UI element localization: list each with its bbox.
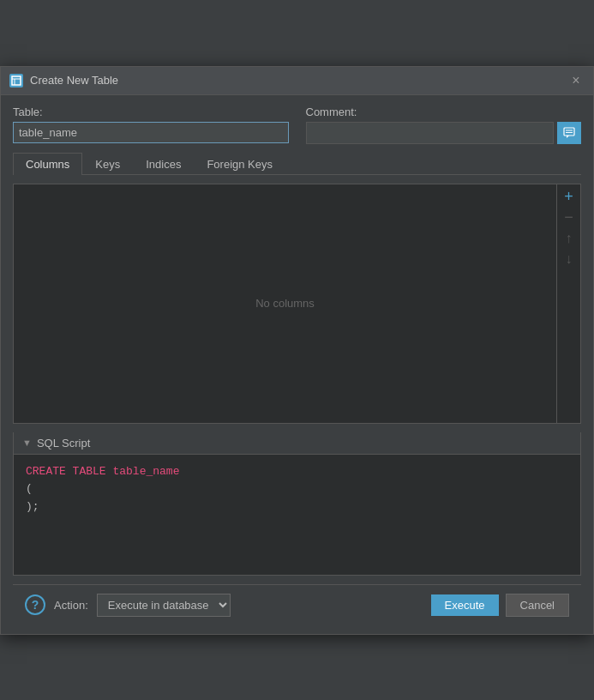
create-table-dialog: Create New Table × Table: Comment: bbox=[0, 66, 594, 635]
tab-foreign-keys[interactable]: Foreign Keys bbox=[194, 153, 285, 175]
footer-buttons: Execute Cancel bbox=[431, 594, 569, 617]
content-sidebar: + − ↑ ↓ bbox=[556, 184, 580, 423]
tab-columns[interactable]: Columns bbox=[13, 153, 82, 175]
sql-table-name: table_name bbox=[112, 465, 179, 478]
action-select-wrap: Execute in database Execute in script Op… bbox=[97, 594, 231, 617]
move-down-button[interactable]: ↓ bbox=[560, 250, 579, 269]
form-row: Table: Comment: bbox=[13, 106, 581, 144]
tab-keys[interactable]: Keys bbox=[82, 153, 133, 175]
move-up-button[interactable]: ↑ bbox=[560, 229, 579, 248]
action-select[interactable]: Execute in database Execute in script Op… bbox=[97, 594, 231, 617]
sql-section: ▼ SQL Script CREATE TABLE table_name ( )… bbox=[13, 432, 581, 576]
comment-form-group: Comment: bbox=[306, 106, 582, 144]
dialog-icon bbox=[9, 74, 23, 88]
comment-input[interactable] bbox=[306, 122, 555, 144]
sql-line-1: CREATE TABLE table_name bbox=[26, 463, 568, 481]
comment-label: Comment: bbox=[306, 106, 582, 118]
sql-body: CREATE TABLE table_name ( ); bbox=[14, 455, 580, 575]
action-label: Action: bbox=[54, 599, 88, 612]
table-form-group: Table: bbox=[13, 106, 289, 143]
sql-header[interactable]: ▼ SQL Script bbox=[14, 432, 580, 455]
comment-icon-button[interactable] bbox=[557, 122, 581, 144]
title-bar: Create New Table × bbox=[1, 67, 593, 95]
help-button[interactable]: ? bbox=[25, 594, 45, 615]
execute-button[interactable]: Execute bbox=[431, 594, 499, 616]
table-name-input[interactable] bbox=[13, 122, 289, 143]
comment-input-wrap bbox=[306, 122, 582, 144]
tabs-container: Columns Keys Indices Foreign Keys bbox=[13, 153, 581, 175]
close-button[interactable]: × bbox=[567, 72, 585, 89]
add-column-button[interactable]: + bbox=[560, 188, 579, 207]
tab-indices[interactable]: Indices bbox=[133, 153, 194, 175]
sql-collapse-arrow: ▼ bbox=[22, 438, 32, 448]
sql-line-3: ); bbox=[26, 498, 568, 516]
title-bar-left: Create New Table bbox=[9, 74, 118, 88]
dialog-body: Table: Comment: bbox=[1, 95, 593, 634]
dialog-title: Create New Table bbox=[30, 74, 118, 87]
svg-rect-3 bbox=[564, 128, 574, 136]
sql-line-2: ( bbox=[26, 480, 568, 498]
table-label: Table: bbox=[13, 106, 289, 118]
cancel-button[interactable]: Cancel bbox=[506, 594, 569, 617]
sql-create-keyword: CREATE TABLE bbox=[26, 465, 106, 478]
empty-message: No columns bbox=[255, 297, 315, 310]
remove-column-button[interactable]: − bbox=[560, 208, 579, 227]
sql-header-label: SQL Script bbox=[37, 437, 90, 450]
svg-rect-0 bbox=[12, 76, 21, 85]
content-main: No columns bbox=[14, 184, 556, 423]
content-area: No columns + − ↑ ↓ bbox=[13, 184, 581, 424]
footer: ? Action: Execute in database Execute in… bbox=[13, 584, 581, 625]
